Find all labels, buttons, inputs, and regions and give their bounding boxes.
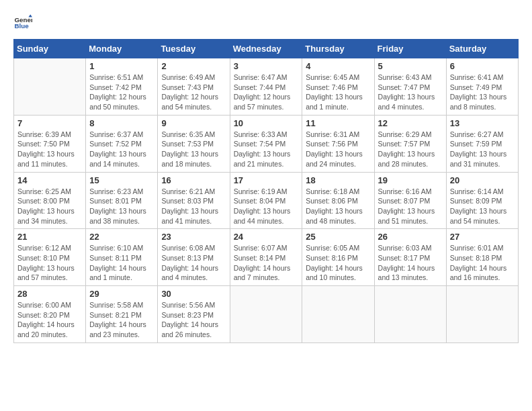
day-info: Sunrise: 6:23 AM Sunset: 8:01 PM Dayligh…	[89, 187, 154, 226]
column-header-friday: Friday	[374, 40, 446, 58]
day-number: 24	[234, 232, 299, 242]
day-info: Sunrise: 6:41 AM Sunset: 7:49 PM Dayligh…	[450, 73, 515, 112]
day-info: Sunrise: 6:01 AM Sunset: 8:18 PM Dayligh…	[450, 243, 515, 283]
calendar-cell: 21Sunrise: 6:12 AM Sunset: 8:10 PM Dayli…	[14, 229, 86, 286]
day-number: 25	[306, 232, 370, 242]
day-number: 4	[306, 61, 370, 71]
calendar-cell: 14Sunrise: 6:25 AM Sunset: 8:00 PM Dayli…	[14, 172, 86, 229]
day-number: 15	[89, 175, 154, 185]
day-number: 29	[89, 289, 154, 299]
calendar-cell: 12Sunrise: 6:29 AM Sunset: 7:57 PM Dayli…	[374, 115, 446, 172]
day-info: Sunrise: 6:49 AM Sunset: 7:43 PM Dayligh…	[161, 73, 226, 112]
calendar-cell: 2Sunrise: 6:49 AM Sunset: 7:43 PM Daylig…	[158, 58, 230, 116]
day-info: Sunrise: 6:25 AM Sunset: 8:00 PM Dayligh…	[17, 187, 82, 226]
day-number: 21	[17, 232, 82, 242]
day-info: Sunrise: 6:33 AM Sunset: 7:54 PM Dayligh…	[234, 130, 299, 169]
day-info: Sunrise: 6:18 AM Sunset: 8:06 PM Dayligh…	[306, 187, 370, 226]
day-info: Sunrise: 6:39 AM Sunset: 7:50 PM Dayligh…	[17, 130, 82, 169]
calendar-cell: 3Sunrise: 6:47 AM Sunset: 7:44 PM Daylig…	[230, 58, 302, 116]
calendar-cell: 1Sunrise: 6:51 AM Sunset: 7:42 PM Daylig…	[86, 58, 158, 116]
header: General Blue	[13, 13, 519, 32]
day-number: 23	[161, 232, 226, 242]
day-number: 18	[306, 175, 370, 185]
day-number: 13	[450, 118, 515, 128]
day-info: Sunrise: 6:19 AM Sunset: 8:04 PM Dayligh…	[234, 187, 299, 226]
day-info: Sunrise: 6:27 AM Sunset: 7:59 PM Dayligh…	[450, 130, 515, 169]
day-number: 3	[234, 61, 299, 71]
calendar-cell	[302, 286, 374, 343]
day-info: Sunrise: 6:00 AM Sunset: 8:20 PM Dayligh…	[17, 300, 82, 340]
column-header-sunday: Sunday	[14, 40, 86, 58]
day-info: Sunrise: 6:16 AM Sunset: 8:07 PM Dayligh…	[378, 187, 443, 226]
calendar-cell: 26Sunrise: 6:03 AM Sunset: 8:17 PM Dayli…	[374, 229, 446, 286]
day-info: Sunrise: 6:29 AM Sunset: 7:57 PM Dayligh…	[378, 130, 443, 169]
svg-text:Blue: Blue	[14, 22, 29, 30]
column-header-tuesday: Tuesday	[158, 40, 230, 58]
day-number: 22	[89, 232, 154, 242]
day-number: 7	[17, 118, 82, 128]
column-header-monday: Monday	[86, 40, 158, 58]
calendar-cell: 29Sunrise: 5:58 AM Sunset: 8:21 PM Dayli…	[86, 286, 158, 343]
day-info: Sunrise: 6:21 AM Sunset: 8:03 PM Dayligh…	[161, 187, 226, 226]
calendar-cell	[230, 286, 302, 343]
calendar-cell: 16Sunrise: 6:21 AM Sunset: 8:03 PM Dayli…	[158, 172, 230, 229]
day-info: Sunrise: 6:07 AM Sunset: 8:14 PM Dayligh…	[234, 243, 299, 283]
calendar-week-row: 21Sunrise: 6:12 AM Sunset: 8:10 PM Dayli…	[14, 229, 519, 286]
day-info: Sunrise: 6:31 AM Sunset: 7:56 PM Dayligh…	[306, 130, 370, 169]
calendar-cell: 24Sunrise: 6:07 AM Sunset: 8:14 PM Dayli…	[230, 229, 302, 286]
day-number: 11	[306, 118, 370, 128]
calendar-cell: 20Sunrise: 6:14 AM Sunset: 8:09 PM Dayli…	[446, 172, 518, 229]
column-header-wednesday: Wednesday	[230, 40, 302, 58]
day-info: Sunrise: 6:14 AM Sunset: 8:09 PM Dayligh…	[450, 187, 515, 226]
day-info: Sunrise: 5:56 AM Sunset: 8:23 PM Dayligh…	[161, 300, 226, 340]
calendar-cell: 9Sunrise: 6:35 AM Sunset: 7:53 PM Daylig…	[158, 115, 230, 172]
calendar-cell: 25Sunrise: 6:05 AM Sunset: 8:16 PM Dayli…	[302, 229, 374, 286]
day-number: 17	[234, 175, 299, 185]
day-info: Sunrise: 6:05 AM Sunset: 8:16 PM Dayligh…	[306, 243, 370, 283]
calendar-cell: 19Sunrise: 6:16 AM Sunset: 8:07 PM Dayli…	[374, 172, 446, 229]
day-info: Sunrise: 5:58 AM Sunset: 8:21 PM Dayligh…	[89, 300, 154, 340]
day-number: 2	[161, 61, 226, 71]
day-info: Sunrise: 6:12 AM Sunset: 8:10 PM Dayligh…	[17, 243, 82, 283]
day-number: 9	[161, 118, 226, 128]
day-info: Sunrise: 6:43 AM Sunset: 7:47 PM Dayligh…	[378, 73, 443, 112]
calendar-cell: 22Sunrise: 6:10 AM Sunset: 8:11 PM Dayli…	[86, 229, 158, 286]
day-number: 10	[234, 118, 299, 128]
day-number: 28	[17, 289, 82, 299]
calendar-week-row: 14Sunrise: 6:25 AM Sunset: 8:00 PM Dayli…	[14, 172, 519, 229]
calendar-week-row: 1Sunrise: 6:51 AM Sunset: 7:42 PM Daylig…	[14, 58, 519, 116]
column-header-thursday: Thursday	[302, 40, 374, 58]
day-info: Sunrise: 6:45 AM Sunset: 7:46 PM Dayligh…	[306, 73, 370, 112]
calendar-cell: 11Sunrise: 6:31 AM Sunset: 7:56 PM Dayli…	[302, 115, 374, 172]
calendar-cell: 30Sunrise: 5:56 AM Sunset: 8:23 PM Dayli…	[158, 286, 230, 343]
calendar-cell	[446, 286, 518, 343]
calendar-cell: 13Sunrise: 6:27 AM Sunset: 7:59 PM Dayli…	[446, 115, 518, 172]
calendar-cell: 7Sunrise: 6:39 AM Sunset: 7:50 PM Daylig…	[14, 115, 86, 172]
calendar: SundayMondayTuesdayWednesdayThursdayFrid…	[13, 39, 519, 343]
day-number: 14	[17, 175, 82, 185]
calendar-week-row: 28Sunrise: 6:00 AM Sunset: 8:20 PM Dayli…	[14, 286, 519, 343]
calendar-cell: 4Sunrise: 6:45 AM Sunset: 7:46 PM Daylig…	[302, 58, 374, 116]
calendar-week-row: 7Sunrise: 6:39 AM Sunset: 7:50 PM Daylig…	[14, 115, 519, 172]
day-info: Sunrise: 6:35 AM Sunset: 7:53 PM Dayligh…	[161, 130, 226, 169]
day-number: 12	[378, 118, 443, 128]
calendar-cell: 17Sunrise: 6:19 AM Sunset: 8:04 PM Dayli…	[230, 172, 302, 229]
day-number: 20	[450, 175, 515, 185]
calendar-cell: 27Sunrise: 6:01 AM Sunset: 8:18 PM Dayli…	[446, 229, 518, 286]
column-header-saturday: Saturday	[446, 40, 518, 58]
day-info: Sunrise: 6:51 AM Sunset: 7:42 PM Dayligh…	[89, 73, 154, 112]
day-number: 8	[89, 118, 154, 128]
calendar-cell	[14, 58, 86, 116]
day-number: 1	[89, 61, 154, 71]
day-info: Sunrise: 6:03 AM Sunset: 8:17 PM Dayligh…	[378, 243, 443, 283]
calendar-cell: 23Sunrise: 6:08 AM Sunset: 8:13 PM Dayli…	[158, 229, 230, 286]
day-info: Sunrise: 6:08 AM Sunset: 8:13 PM Dayligh…	[161, 243, 226, 283]
calendar-cell	[374, 286, 446, 343]
day-number: 27	[450, 232, 515, 242]
day-number: 16	[161, 175, 226, 185]
calendar-cell: 28Sunrise: 6:00 AM Sunset: 8:20 PM Dayli…	[14, 286, 86, 343]
day-number: 30	[161, 289, 226, 299]
day-number: 19	[378, 175, 443, 185]
day-info: Sunrise: 6:37 AM Sunset: 7:52 PM Dayligh…	[89, 130, 154, 169]
calendar-cell: 15Sunrise: 6:23 AM Sunset: 8:01 PM Dayli…	[86, 172, 158, 229]
